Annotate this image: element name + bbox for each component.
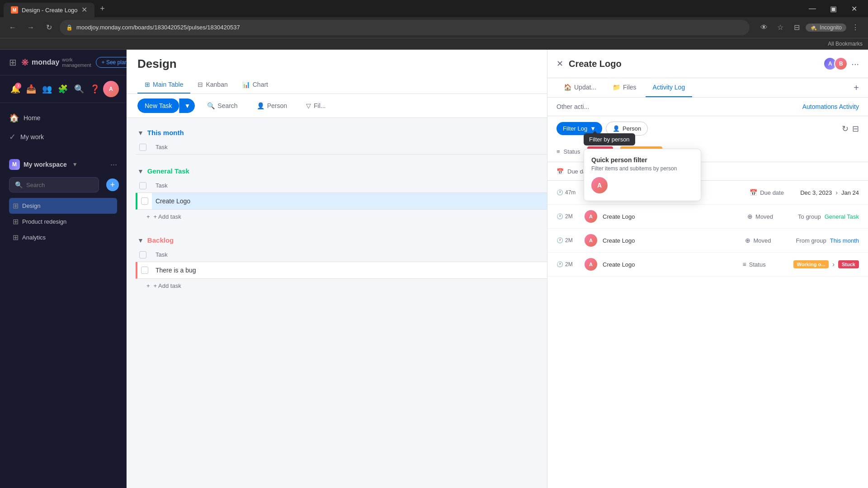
search-top-icon[interactable]: 🔍 — [71, 81, 87, 97]
tab-kanban-label: Kanban — [206, 81, 227, 88]
filter-icons-right: ↻ ⊟ — [842, 124, 859, 134]
browser-toolbar-icons: 👁 ☆ ⊟ 🕵 Incognito ⋮ — [757, 20, 863, 35]
table-header-2: Task — [136, 178, 547, 193]
task-name-create-logo[interactable]: Create Logo — [152, 193, 547, 209]
calendar-icon: 📅 — [557, 168, 564, 175]
task-name-bug[interactable]: There is a bug — [152, 262, 547, 278]
add-task-row[interactable]: + + Add task — [136, 210, 547, 224]
activity-values-4: Working o... › Stuck — [793, 260, 859, 268]
refresh-button[interactable]: ↻ — [42, 20, 56, 35]
search-label: Search — [217, 102, 237, 109]
activity-time-4: 🕐 2M — [557, 261, 579, 267]
activity-avatar-2: A — [585, 210, 597, 223]
group-title-general-task[interactable]: General Task — [147, 167, 189, 175]
workspace-name: My workspace — [24, 161, 67, 168]
group-title-this-month[interactable]: This month — [147, 129, 184, 136]
new-tab-button[interactable]: + — [96, 2, 109, 15]
tab-activity-log[interactable]: Activity Log — [646, 78, 693, 97]
collapse-button-general-task[interactable]: ▼ — [137, 168, 144, 175]
address-bar[interactable]: 🔒 moodjoy.monday.com/boards/1830420525/p… — [60, 20, 750, 35]
tab-files[interactable]: 📁 Files — [605, 78, 644, 97]
tab-chart[interactable]: 📊 Chart — [235, 76, 275, 94]
maximize-button[interactable]: ▣ — [823, 0, 844, 17]
add-task-row-2[interactable]: + + Add task — [136, 279, 547, 293]
minimize-button[interactable]: — — [802, 0, 823, 17]
settings-icon[interactable]: ⋮ — [848, 20, 863, 35]
search-button[interactable]: 🔍 Search — [200, 99, 244, 113]
new-task-button[interactable]: New Task — [137, 99, 179, 113]
person-button[interactable]: 👤 Person — [250, 99, 294, 113]
task-checkbox[interactable] — [141, 197, 148, 205]
select-all-checkbox-3[interactable] — [139, 251, 146, 258]
refresh-filter-icon[interactable]: ↻ — [842, 124, 849, 134]
nav-my-work[interactable]: ✓ My work — [0, 127, 126, 146]
select-all-checkbox[interactable] — [139, 144, 146, 151]
workspace-chevron-icon: ▼ — [72, 161, 78, 168]
moved-to-group[interactable]: General Task — [825, 213, 859, 220]
select-all-checkbox-2[interactable] — [139, 182, 146, 189]
sidebar-icon[interactable]: ⊟ — [789, 20, 804, 35]
board-item-analytics[interactable]: ⊞ Analytics — [9, 230, 117, 245]
moved-from-group[interactable]: This month — [830, 237, 859, 244]
back-button[interactable]: ← — [5, 20, 20, 35]
puzzle-icon[interactable]: 🧩 — [55, 81, 71, 97]
status-from-working: Working o... — [793, 260, 829, 268]
task-checkbox-bug[interactable] — [141, 267, 148, 274]
collapse-button-backlog[interactable]: ▼ — [137, 237, 144, 244]
activity-values-1: Dec 3, 2023 › Jan 24 — [800, 189, 859, 196]
tab-updates[interactable]: 🏠 Updat... — [557, 78, 604, 97]
view-toggle-icon[interactable]: ⊟ — [852, 124, 859, 134]
moved-to-prefix: To group — [798, 213, 821, 220]
panel-more-button[interactable]: ··· — [851, 59, 859, 69]
filter-label: Fil... — [314, 102, 326, 109]
table-row-bug[interactable]: There is a bug — [136, 262, 547, 279]
search-input[interactable] — [26, 182, 93, 188]
bell-icon[interactable]: 🔔3 — [7, 81, 23, 97]
group-backlog: ▼ Backlog Task There is a bug + + Add ta… — [127, 233, 547, 293]
table-header: Task — [136, 140, 547, 155]
people-icon[interactable]: 👥 — [39, 81, 55, 97]
workspace-header[interactable]: M My workspace ▼ ··· — [7, 155, 119, 174]
avatar-top[interactable]: A — [103, 81, 119, 97]
collapse-button-this-month[interactable]: ▼ — [137, 129, 144, 136]
add-task-icon-2: + — [146, 282, 150, 289]
automations-activity-link[interactable]: Automations Activity — [802, 103, 859, 110]
board-item-product-redesign[interactable]: ⊞ Product redesign — [9, 214, 117, 230]
status-label-row: ≡ Status — [557, 148, 580, 155]
tab-main-table[interactable]: ⊞ Main Table — [137, 76, 190, 94]
star-icon[interactable]: ☆ — [773, 20, 788, 35]
grid-icon[interactable]: ⊞ — [9, 57, 17, 68]
nav-home[interactable]: 🏠 Home — [0, 108, 126, 127]
app-container: ⊞ ❋ monday work management + See plans 🔔… — [0, 50, 868, 488]
workspace-menu-icon[interactable]: ··· — [110, 160, 117, 169]
table-row[interactable]: Create Logo — [136, 193, 547, 210]
active-tab[interactable]: M Design - Create Logo ✕ — [4, 3, 94, 17]
other-activity-link[interactable]: Other acti... — [557, 103, 589, 110]
eye-off-icon[interactable]: 👁 — [757, 20, 771, 35]
add-board-button[interactable]: + — [106, 178, 119, 191]
new-task-dropdown-button[interactable]: ▼ — [179, 99, 195, 113]
activity-values-2: To group General Task — [798, 213, 859, 220]
tab-close-button[interactable]: ✕ — [81, 6, 87, 14]
board-item-design[interactable]: ⊞ Design — [9, 198, 117, 214]
inbox-icon[interactable]: 📥 — [23, 81, 39, 97]
activity-item-3: Create Logo — [603, 237, 740, 244]
panel-close-button[interactable]: ✕ — [557, 59, 563, 69]
close-button[interactable]: ✕ — [844, 0, 864, 17]
activity-field-4: ≡ Status — [743, 261, 788, 268]
panel-add-button[interactable]: + — [854, 83, 859, 93]
group-title-backlog[interactable]: Backlog — [147, 236, 174, 244]
person-icon: 👤 — [257, 102, 264, 109]
tab-kanban[interactable]: ⊟ Kanban — [190, 76, 235, 94]
monday-logo: ❋ monday work management — [21, 57, 91, 68]
nav-icons-row: 🔔3 📥 👥 🧩 🔍 ❓ A — [0, 75, 126, 103]
help-icon[interactable]: ❓ — [87, 81, 103, 97]
filter-button[interactable]: ▽ Fil... — [299, 99, 332, 113]
main-content: Design ⊞ Main Table ⊟ Kanban 📊 Chart — [127, 50, 547, 488]
tab-updates-label: Updat... — [574, 84, 596, 91]
arrow-icon-1: › — [835, 189, 838, 196]
person-avatar-filter[interactable]: A — [591, 177, 608, 193]
browser-toolbar: ← → ↻ 🔒 moodjoy.monday.com/boards/183042… — [0, 17, 868, 38]
search-bar[interactable]: 🔍 — [9, 177, 99, 192]
forward-button[interactable]: → — [24, 20, 38, 35]
